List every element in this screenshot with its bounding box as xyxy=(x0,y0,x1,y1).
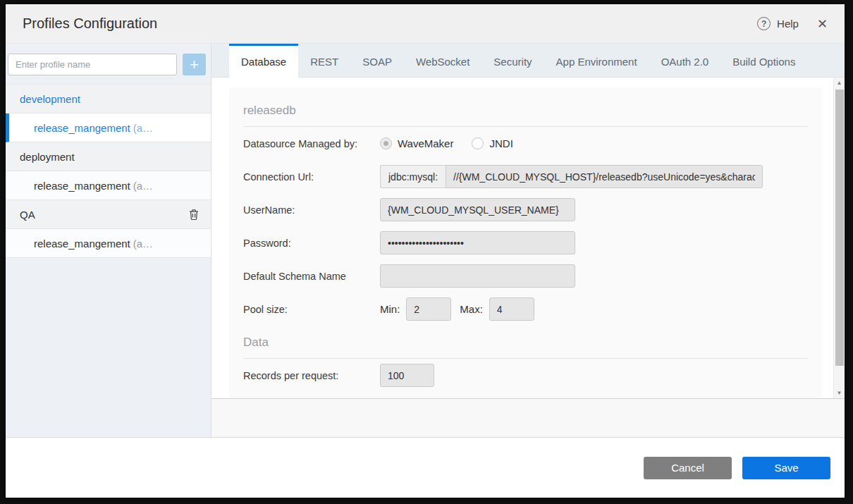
scrollbar-thumb[interactable] xyxy=(835,90,844,366)
config-tabbar: Database REST SOAP WebSocket Security Ap… xyxy=(211,44,845,78)
datasource-radio-group: WaveMaker JNDI xyxy=(380,137,526,149)
sidebar-item-deployment[interactable]: deployment xyxy=(6,142,211,171)
dialog-title: Profiles Configuration xyxy=(23,16,157,32)
scroll-down-icon[interactable]: ▼ xyxy=(834,388,845,398)
trash-icon xyxy=(188,209,200,221)
records-input[interactable] xyxy=(380,364,434,387)
schema-label: Default Schema Name xyxy=(243,271,380,282)
dialog-header: Profiles Configuration ? Help ✕ xyxy=(6,4,845,44)
profiles-configuration-dialog: Profiles Configuration ? Help ✕ + develo… xyxy=(6,4,845,498)
profiles-list: development release_mangement (a… deploy… xyxy=(6,84,211,258)
pool-min-input[interactable] xyxy=(406,297,451,321)
radio-jndi-label: JNDI xyxy=(489,137,513,149)
pool-max-label: Max: xyxy=(460,303,483,315)
dialog-body: + development release_mangement (a… depl… xyxy=(6,44,845,437)
save-button[interactable]: Save xyxy=(742,457,830,479)
sidebar-item-release-mangement-deploy[interactable]: release_mangement (a… xyxy=(6,171,211,200)
close-icon[interactable]: ✕ xyxy=(817,18,828,30)
username-input[interactable] xyxy=(380,198,575,221)
profile-item-label: release_mangement xyxy=(34,238,130,250)
datasource-row: Datasource Managed by: WaveMaker JNDI xyxy=(229,127,822,160)
sidebar-item-qa[interactable]: QA xyxy=(6,200,211,229)
connection-url-input[interactable] xyxy=(446,165,763,188)
records-label: Records per request: xyxy=(243,370,380,381)
radio-wavemaker-label: WaveMaker xyxy=(398,137,453,149)
tab-websocket[interactable]: WebSocket xyxy=(404,44,481,77)
tab-app-environment[interactable]: App Environment xyxy=(544,44,649,77)
profile-group-label: QA xyxy=(20,209,35,221)
username-row: UserName: xyxy=(229,193,822,226)
profile-item-suffix: (a… xyxy=(133,122,153,134)
tab-soap[interactable]: SOAP xyxy=(350,44,404,77)
header-actions: ? Help ✕ xyxy=(757,17,828,30)
help-button[interactable]: Help xyxy=(777,18,799,30)
section-title-releasedb: releasedb xyxy=(229,87,822,126)
radio-jndi[interactable] xyxy=(472,137,484,149)
sidebar-item-release-mangement-qa[interactable]: release_mangement (a… xyxy=(6,229,211,258)
sidebar-item-release-mangement-dev[interactable]: release_mangement (a… xyxy=(6,113,211,142)
pool-min-label: Min: xyxy=(380,303,400,315)
database-tab-content: releasedb Datasource Managed by: WaveMak… xyxy=(211,78,845,399)
delete-profile-button[interactable] xyxy=(188,209,200,221)
database-form-panel: releasedb Datasource Managed by: WaveMak… xyxy=(229,87,822,398)
password-row: Password: xyxy=(229,226,822,259)
profile-item-suffix: (a… xyxy=(133,238,153,250)
tab-build-options[interactable]: Build Options xyxy=(720,44,807,77)
profile-add-row: + xyxy=(6,44,211,84)
scroll-content: releasedb Datasource Managed by: WaveMak… xyxy=(211,78,833,398)
tab-footer-spacer xyxy=(211,399,845,437)
username-label: UserName: xyxy=(243,204,380,216)
profile-name-input[interactable] xyxy=(8,54,177,75)
help-icon[interactable]: ? xyxy=(757,17,771,30)
add-profile-button[interactable]: + xyxy=(183,54,206,75)
section-title-data: Data xyxy=(229,326,822,358)
pool-max-input[interactable] xyxy=(489,297,534,321)
records-row: Records per request: xyxy=(229,359,822,392)
password-input[interactable] xyxy=(380,231,575,254)
radio-wavemaker[interactable] xyxy=(380,137,392,149)
datasource-label: Datasource Managed by: xyxy=(243,138,380,149)
sidebar-item-development[interactable]: development xyxy=(6,85,211,113)
pool-size-label: Pool size: xyxy=(243,304,380,315)
tab-oauth[interactable]: OAuth 2.0 xyxy=(649,44,721,77)
profile-group-label: deployment xyxy=(20,151,75,163)
profile-item-label: release_mangement xyxy=(34,122,130,134)
schema-input[interactable] xyxy=(380,264,575,288)
profile-item-label: release_mangement xyxy=(34,180,130,192)
profile-item-suffix: (a… xyxy=(133,180,153,192)
schema-row: Default Schema Name xyxy=(229,259,822,293)
dialog-footer: Cancel Save xyxy=(6,437,845,498)
main-panel: Database REST SOAP WebSocket Security Ap… xyxy=(211,44,845,437)
pool-size-row: Pool size: Min: Max: xyxy=(229,293,822,326)
tab-security[interactable]: Security xyxy=(481,44,544,77)
tab-rest[interactable]: REST xyxy=(298,44,350,77)
cancel-button[interactable]: Cancel xyxy=(644,457,732,479)
profile-group-label: development xyxy=(20,93,80,105)
connection-url-prefix: jdbc:mysql: xyxy=(380,165,446,188)
password-label: Password: xyxy=(243,238,380,249)
vertical-scrollbar[interactable]: ▲ ▼ xyxy=(833,78,845,398)
connection-url-label: Connection Url: xyxy=(243,171,380,183)
profiles-sidebar: + development release_mangement (a… depl… xyxy=(6,44,211,437)
connection-url-row: Connection Url: jdbc:mysql: xyxy=(229,160,822,193)
tab-database[interactable]: Database xyxy=(229,44,298,78)
scroll-up-icon[interactable]: ▲ xyxy=(834,78,845,88)
